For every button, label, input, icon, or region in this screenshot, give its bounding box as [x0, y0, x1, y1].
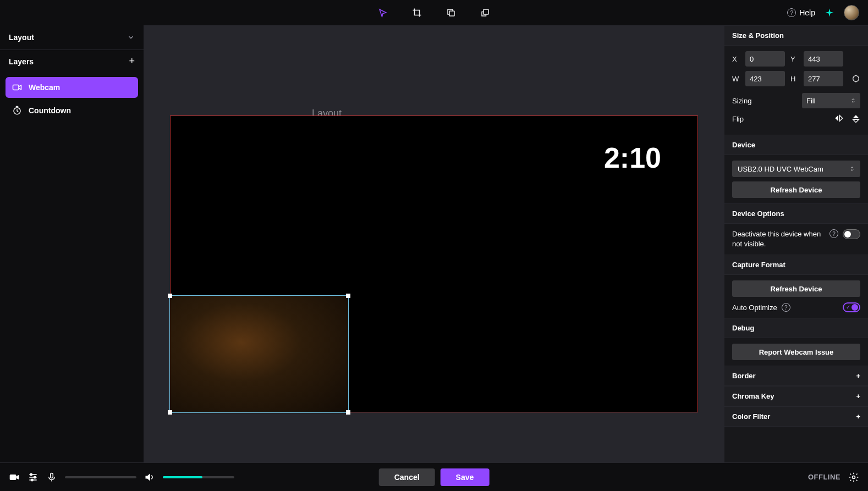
sizing-select[interactable]: Fill — [802, 93, 860, 108]
h-label: H — [790, 75, 798, 83]
section-chroma-key[interactable]: Chroma Key + — [724, 386, 868, 406]
copy-tool-icon[interactable] — [446, 7, 457, 18]
plus-icon: + — [856, 392, 860, 400]
layout-label: Layout — [9, 33, 34, 42]
x-input[interactable] — [745, 51, 785, 67]
speaker-icon[interactable] — [144, 472, 155, 483]
section-color-filter[interactable]: Color Filter + — [724, 406, 868, 427]
h-input[interactable] — [804, 71, 843, 86]
left-sidebar: Layout Layers + Webcam — [0, 25, 144, 462]
avatar[interactable] — [844, 5, 859, 20]
device-select[interactable]: USB2.0 HD UVC WebCam — [732, 161, 860, 177]
resize-handle-br[interactable] — [346, 410, 350, 415]
flip-horizontal-icon[interactable] — [834, 114, 844, 124]
help-label: Help — [799, 8, 815, 17]
camera-icon — [12, 82, 22, 92]
refresh-device-button-2[interactable]: Refresh Device — [732, 280, 860, 297]
canvas-area: Layout 2:10 — [144, 25, 724, 462]
y-label: Y — [790, 55, 798, 63]
layer-item-countdown[interactable]: Countdown — [6, 100, 138, 121]
cancel-button[interactable]: Cancel — [379, 468, 435, 486]
auto-optimize-label: Auto Optimize — [732, 304, 777, 312]
flip-vertical-icon[interactable] — [851, 114, 860, 124]
deactivate-label: Deactivate this device when not visible. — [732, 229, 825, 249]
chevron-down-icon — [127, 34, 135, 41]
plus-icon: + — [856, 412, 860, 421]
right-panel: Size & Position X Y W H — [724, 25, 868, 462]
cursor-tool-icon[interactable] — [377, 7, 388, 18]
speaker-volume-slider[interactable] — [163, 476, 234, 478]
w-input[interactable] — [745, 71, 785, 86]
layout-section-header[interactable]: Layout — [0, 25, 144, 49]
layers-label: Layers — [9, 57, 34, 66]
svg-point-5 — [30, 473, 32, 475]
link-dimensions-icon[interactable] — [851, 74, 860, 83]
layer-item-webcam[interactable]: Webcam — [6, 77, 138, 98]
section-capture-format: Capture Format — [724, 255, 868, 275]
svg-point-7 — [31, 479, 33, 481]
plus-icon: + — [856, 372, 860, 380]
section-size-position: Size & Position — [724, 25, 868, 46]
y-input[interactable] — [804, 51, 843, 67]
resize-handle-tl[interactable] — [168, 294, 172, 298]
layer-label: Webcam — [29, 83, 60, 92]
mic-icon[interactable] — [46, 472, 57, 483]
auto-optimize-toggle[interactable]: ✓ — [843, 302, 860, 312]
flip-label: Flip — [732, 115, 744, 123]
timer-icon — [12, 106, 22, 115]
gear-icon[interactable] — [848, 472, 859, 483]
section-device: Device — [724, 135, 868, 155]
svg-point-6 — [34, 476, 36, 478]
help-icon: ? — [787, 8, 796, 17]
layers-tool-icon[interactable] — [480, 7, 491, 18]
help-icon[interactable]: ? — [829, 229, 838, 238]
svg-point-9 — [853, 476, 855, 478]
device-selected: USB2.0 HD UVC WebCam — [738, 165, 823, 173]
top-bar: ? Help — [0, 0, 868, 25]
svg-rect-2 — [13, 85, 19, 90]
help-icon[interactable]: ? — [782, 303, 790, 312]
crop-tool-icon[interactable] — [411, 7, 422, 18]
color-filter-label: Color Filter — [732, 412, 770, 421]
w-label: W — [732, 75, 740, 83]
svg-rect-8 — [51, 473, 53, 478]
camera-icon[interactable] — [9, 472, 20, 483]
sizing-label: Sizing — [732, 97, 751, 105]
report-issue-button[interactable]: Report Webcam Issue — [732, 344, 860, 360]
svg-rect-0 — [449, 11, 454, 16]
stage[interactable]: 2:10 — [170, 115, 698, 412]
webcam-preview[interactable] — [169, 295, 349, 413]
resize-handle-bl[interactable] — [168, 410, 172, 415]
section-border[interactable]: Border + — [724, 366, 868, 386]
chroma-key-label: Chroma Key — [732, 392, 774, 400]
sparkle-icon[interactable] — [824, 7, 835, 18]
sizing-value: Fill — [806, 97, 816, 105]
layer-label: Countdown — [29, 106, 71, 115]
x-label: X — [732, 55, 740, 63]
svg-rect-1 — [484, 9, 488, 14]
section-device-options: Device Options — [724, 203, 868, 224]
bottom-bar: Cancel Save OFFLINE — [0, 462, 868, 491]
border-label: Border — [732, 372, 756, 380]
countdown-text: 2:10 — [604, 141, 661, 174]
deactivate-toggle[interactable] — [843, 229, 860, 239]
refresh-device-button[interactable]: Refresh Device — [732, 181, 860, 198]
status-text: OFFLINE — [808, 473, 840, 481]
save-button[interactable]: Save — [441, 468, 490, 486]
mic-volume-slider[interactable] — [65, 476, 136, 478]
layer-list: Webcam Countdown — [0, 73, 144, 128]
help-button[interactable]: ? Help — [787, 8, 815, 17]
settings-sliders-icon[interactable] — [28, 472, 39, 483]
add-layer-button[interactable]: + — [129, 56, 135, 67]
top-tools — [377, 7, 491, 18]
svg-rect-4 — [10, 475, 17, 480]
section-debug: Debug — [724, 318, 868, 338]
resize-handle-tr[interactable] — [346, 294, 350, 298]
layers-header: Layers + — [0, 50, 144, 73]
